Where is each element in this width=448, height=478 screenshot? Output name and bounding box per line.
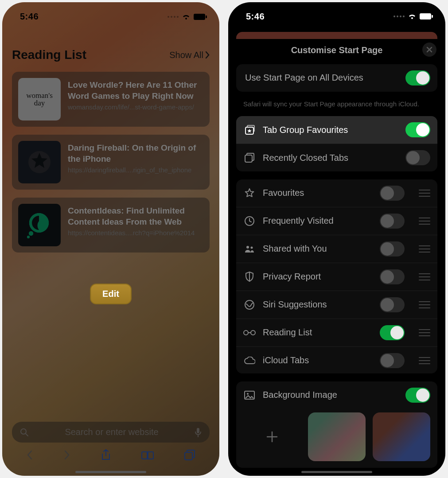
background-group: Background Image <box>236 381 437 468</box>
drag-handle-icon[interactable] <box>419 218 430 225</box>
svg-point-16 <box>251 246 253 249</box>
drag-handle-icon[interactable] <box>419 301 430 308</box>
right-screenshot: 5:46 Customise Start Page Use Start Page… <box>228 2 445 476</box>
sheet-title: Customise Start Page <box>291 45 383 55</box>
add-background-tile[interactable] <box>243 412 301 461</box>
favourites-row[interactable]: Favourites <box>236 179 437 207</box>
card-title: Daring Fireball: On the Origin of the iP… <box>68 143 203 164</box>
plus-icon <box>266 431 278 443</box>
svg-point-18 <box>244 330 248 335</box>
cell-signal-icon <box>393 16 405 17</box>
status-time: 5:46 <box>20 12 39 22</box>
battery-icon <box>194 14 207 20</box>
sheet-peek <box>236 32 437 39</box>
home-indicator[interactable] <box>75 471 146 473</box>
drag-handle-icon[interactable] <box>419 357 430 364</box>
frequently-visited-row[interactable]: Frequently Visited <box>236 207 437 235</box>
close-button[interactable] <box>422 43 436 57</box>
reading-list-heading: Reading List <box>12 48 86 62</box>
tab-group-fav-icon <box>243 124 256 136</box>
siri-toggle[interactable] <box>380 297 405 312</box>
svg-point-6 <box>21 429 26 434</box>
back-icon[interactable] <box>26 450 33 460</box>
privacy-toggle[interactable] <box>380 269 405 284</box>
sync-group: Use Start Page on All Devices <box>236 64 437 92</box>
svg-point-19 <box>251 330 255 335</box>
sync-start-page-row[interactable]: Use Start Page on All Devices <box>236 64 437 92</box>
favourites-toggle[interactable] <box>380 186 405 201</box>
address-bar[interactable]: Search or enter website <box>12 422 210 443</box>
card-title: ContentIdeas: Find Unlimited Content Ide… <box>68 206 203 227</box>
drag-handle-icon[interactable] <box>419 245 430 253</box>
left-screenshot: 5:46 Reading List Show All woman's day L <box>2 2 219 476</box>
siri-suggestions-row[interactable]: Siri Suggestions <box>236 291 437 319</box>
edit-button[interactable]: Edit <box>90 284 132 304</box>
svg-line-7 <box>26 434 28 436</box>
card-title: Love Wordle? Here Are 11 Other Word Game… <box>68 80 203 101</box>
siri-icon <box>243 299 256 310</box>
card-thumb-image <box>18 141 61 183</box>
background-tile[interactable] <box>308 412 366 461</box>
recently-closed-row[interactable]: Recently Closed Tabs <box>236 144 437 171</box>
chevron-right-icon <box>205 51 210 58</box>
tab-group-fav-toggle[interactable] <box>405 122 430 137</box>
shared-with-you-row[interactable]: Shared with You <box>236 235 437 263</box>
card-url: womansday.com/life/...st-word-game-apps/ <box>68 103 203 111</box>
image-icon <box>243 391 256 400</box>
drag-handle-icon[interactable] <box>419 190 430 197</box>
reading-list-toggle[interactable] <box>380 325 405 340</box>
recently-closed-icon <box>243 152 256 163</box>
svg-point-15 <box>246 246 249 249</box>
reading-list-item[interactable]: woman's day Love Wordle? Here Are 11 Oth… <box>12 72 210 127</box>
svg-point-21 <box>247 393 249 395</box>
svg-point-4 <box>29 231 33 236</box>
forward-icon[interactable] <box>63 450 70 460</box>
shared-toggle[interactable] <box>380 241 405 256</box>
icloud-tabs-row[interactable]: iCloud Tabs <box>236 346 437 373</box>
reading-list-item[interactable]: ContentIdeas: Find Unlimited Content Ide… <box>12 198 210 253</box>
battery-icon <box>420 13 433 19</box>
svg-rect-0 <box>194 14 205 20</box>
svg-rect-13 <box>245 155 252 162</box>
sync-footnote: Safari will sync your Start Page appeara… <box>228 100 445 110</box>
drag-handle-icon[interactable] <box>419 273 430 280</box>
people-icon <box>243 245 256 253</box>
background-toggle[interactable] <box>405 388 430 403</box>
star-icon <box>243 188 256 198</box>
bookmarks-icon[interactable] <box>141 450 154 460</box>
reading-list-row[interactable]: Reading List <box>236 319 437 346</box>
background-thumbnails <box>236 409 437 468</box>
svg-rect-8 <box>197 428 199 433</box>
wifi-icon <box>407 13 417 20</box>
svg-rect-11 <box>432 15 433 18</box>
privacy-report-row[interactable]: Privacy Report <box>236 263 437 291</box>
frequently-toggle[interactable] <box>380 214 405 229</box>
home-indicator[interactable] <box>301 471 372 473</box>
status-bar: 5:46 <box>2 2 219 27</box>
sync-toggle[interactable] <box>405 70 430 85</box>
glasses-icon <box>243 330 256 336</box>
search-icon <box>20 428 29 437</box>
mic-icon[interactable] <box>195 427 202 437</box>
sections-group: Favourites Frequently Visited Shared wit… <box>236 179 437 373</box>
card-url: https://daringfireball....rigin_of_the_i… <box>68 166 203 174</box>
svg-rect-10 <box>420 13 431 19</box>
tab-group-section: Tab Group Favourites Recently Closed Tab… <box>236 116 437 171</box>
cloud-icon <box>243 357 256 365</box>
tab-group-favourites-row[interactable]: Tab Group Favourites <box>236 116 437 144</box>
status-icons <box>393 13 433 20</box>
drag-handle-icon[interactable] <box>419 329 430 336</box>
svg-point-5 <box>27 236 30 238</box>
recently-closed-toggle[interactable] <box>405 150 430 165</box>
background-tile[interactable] <box>373 412 430 461</box>
status-icons <box>168 13 207 20</box>
background-image-row[interactable]: Background Image <box>236 381 437 409</box>
icloud-tabs-toggle[interactable] <box>380 353 405 368</box>
show-all-label: Show All <box>169 50 203 60</box>
share-icon[interactable] <box>101 449 111 461</box>
reading-list-item[interactable]: Daring Fireball: On the Origin of the iP… <box>12 135 210 190</box>
svg-point-17 <box>245 300 254 309</box>
show-all-button[interactable]: Show All <box>169 50 210 60</box>
tabs-icon[interactable] <box>184 449 195 461</box>
shield-icon <box>243 272 256 282</box>
